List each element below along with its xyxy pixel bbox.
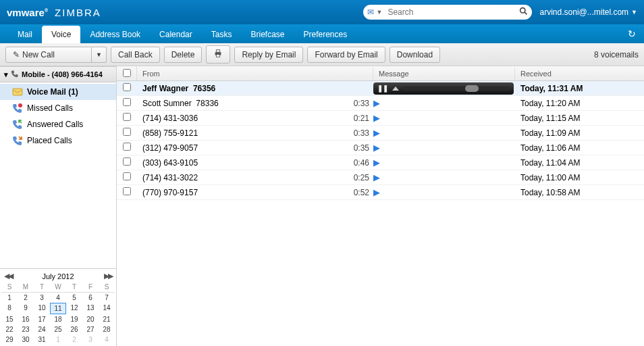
row-checkbox[interactable] — [123, 98, 131, 106]
cal-day[interactable]: 6 — [82, 293, 99, 303]
cal-day[interactable]: 2 — [18, 293, 34, 303]
cal-day[interactable]: 12 — [66, 303, 82, 314]
play-icon[interactable]: ▶ — [373, 98, 380, 108]
sidebar-item-voicemail[interactable]: Voice Mail (1) — [0, 84, 116, 100]
cal-day[interactable]: 26 — [66, 324, 82, 335]
row-checkbox[interactable] — [123, 187, 131, 195]
tab-mail[interactable]: Mail — [8, 26, 42, 43]
search-scope-dropdown[interactable]: ▼ — [374, 9, 385, 16]
cal-day[interactable]: 22 — [1, 324, 18, 335]
sidebar-account-label: Mobile - (408) 966-4164 — [22, 70, 103, 78]
col-from[interactable]: From — [137, 68, 373, 80]
sidebar-item-answered-calls[interactable]: Answered Calls — [0, 116, 116, 132]
cal-day[interactable]: 11 — [50, 303, 66, 314]
forward-by-email-button[interactable]: Forward by Email — [307, 47, 385, 63]
call-back-button[interactable]: Call Back — [111, 47, 160, 63]
sidebar-item-placed-calls[interactable]: Placed Calls — [0, 132, 116, 149]
col-message[interactable]: Message — [373, 68, 515, 80]
cal-day[interactable]: 8 — [1, 303, 18, 314]
cal-day[interactable]: 18 — [50, 314, 66, 324]
refresh-icon[interactable]: ↻ — [628, 28, 636, 39]
cal-day[interactable]: 23 — [18, 324, 34, 335]
cal-day[interactable]: 10 — [34, 303, 50, 314]
cal-day[interactable]: 2 — [66, 335, 82, 345]
cal-day[interactable]: 4 — [50, 293, 66, 303]
cal-day[interactable]: 31 — [34, 335, 50, 345]
row-checkbox[interactable] — [123, 172, 131, 180]
cal-day[interactable]: 5 — [66, 293, 82, 303]
new-call-dropdown[interactable]: ▼ — [92, 47, 107, 63]
cal-day[interactable]: 1 — [50, 335, 66, 345]
play-icon[interactable]: ▶ — [373, 187, 380, 197]
play-icon[interactable]: ▶ — [373, 172, 380, 182]
print-button[interactable] — [206, 45, 230, 64]
user-menu[interactable]: arvind.soni@...mitel.com ▼ — [540, 7, 637, 17]
search-input[interactable] — [385, 7, 518, 17]
search-box[interactable]: ✉ ▼ — [363, 5, 532, 20]
download-button[interactable]: Download — [390, 47, 440, 63]
voicemail-row[interactable]: Scott Sumner 783360:33▶Today, 11:20 AM — [117, 96, 644, 111]
play-icon[interactable]: ▶ — [373, 157, 380, 168]
cal-day[interactable]: 28 — [99, 324, 115, 335]
play-icon[interactable]: ▶ — [373, 113, 380, 123]
cal-day[interactable]: 24 — [34, 324, 50, 335]
row-checkbox[interactable] — [123, 113, 131, 121]
cal-day[interactable]: 30 — [18, 335, 34, 345]
cal-day[interactable]: 13 — [82, 303, 99, 314]
col-checkbox[interactable] — [117, 67, 137, 80]
row-checkbox[interactable] — [123, 157, 131, 166]
top-bar: vmware® ZIMBRA ✉ ▼ arvind.soni@...mitel.… — [0, 0, 644, 24]
volume-icon[interactable] — [392, 86, 399, 91]
voicemail-row[interactable]: (714) 431-30360:21▶Today, 11:15 AM — [117, 111, 644, 126]
voicemail-row[interactable]: (770) 970-91570:52▶Today, 10:58 AM — [117, 185, 644, 200]
sidebar-item-missed-calls[interactable]: Missed Calls — [0, 100, 116, 116]
row-checkbox-cell — [117, 113, 137, 123]
voicemail-row[interactable]: Jeff Wagner 76356❚❚Today, 11:31 AM — [117, 81, 644, 96]
cal-day[interactable]: 4 — [99, 335, 115, 345]
cal-day[interactable]: 17 — [34, 314, 50, 324]
audio-player[interactable]: ❚❚ — [373, 82, 514, 95]
seek-track[interactable] — [403, 86, 510, 91]
tab-preferences[interactable]: Preferences — [294, 26, 357, 43]
new-call-button[interactable]: ✎ New Call — [5, 47, 92, 63]
col-received[interactable]: Received — [515, 68, 644, 80]
reply-by-email-button[interactable]: Reply by Email — [234, 47, 303, 63]
tab-tasks[interactable]: Tasks — [202, 26, 242, 43]
voicemail-row[interactable]: (303) 643-91050:46▶Today, 11:04 AM — [117, 155, 644, 170]
cal-day[interactable]: 27 — [82, 324, 99, 335]
cal-day[interactable]: 3 — [34, 293, 50, 303]
voicemail-row[interactable]: (714) 431-30220:25▶Today, 11:00 AM — [117, 170, 644, 185]
row-checkbox[interactable] — [123, 128, 131, 136]
row-checkbox[interactable] — [123, 143, 131, 151]
tab-voice[interactable]: Voice — [42, 26, 80, 43]
cal-day[interactable]: 16 — [18, 314, 34, 324]
select-all-checkbox[interactable] — [123, 69, 131, 77]
cal-day[interactable]: 29 — [1, 335, 18, 345]
play-icon[interactable]: ▶ — [373, 128, 380, 138]
row-play: ▶ — [373, 113, 515, 123]
voicemail-row[interactable]: (858) 755-91210:33▶Today, 11:09 AM — [117, 126, 644, 141]
tab-calendar[interactable]: Calendar — [150, 26, 202, 43]
cal-day[interactable]: 1 — [1, 293, 18, 303]
cal-day[interactable]: 15 — [1, 314, 18, 324]
cal-prev[interactable]: ◀◀ — [4, 272, 12, 280]
cal-day[interactable]: 3 — [82, 335, 99, 345]
cal-day[interactable]: 7 — [99, 293, 115, 303]
play-icon[interactable]: ▶ — [373, 143, 380, 153]
search-icon[interactable] — [519, 7, 528, 18]
cal-day[interactable]: 9 — [18, 303, 34, 314]
delete-button[interactable]: Delete — [164, 47, 203, 63]
pause-icon[interactable]: ❚❚ — [377, 84, 388, 92]
cal-day[interactable]: 21 — [99, 314, 115, 324]
sidebar-account-header[interactable]: ▾ Mobile - (408) 966-4164 — [0, 66, 116, 82]
cal-next[interactable]: ▶▶ — [104, 272, 112, 280]
tab-address-book[interactable]: Address Book — [80, 26, 150, 43]
cal-day[interactable]: 20 — [82, 314, 99, 324]
cal-day[interactable]: 25 — [50, 324, 66, 335]
row-checkbox[interactable] — [123, 83, 131, 91]
voicemail-row[interactable]: (312) 479-90570:35▶Today, 11:06 AM — [117, 141, 644, 155]
tab-briefcase[interactable]: Briefcase — [241, 26, 294, 43]
cal-day[interactable]: 19 — [66, 314, 82, 324]
cal-day[interactable]: 14 — [99, 303, 115, 314]
seek-knob[interactable] — [465, 85, 479, 92]
